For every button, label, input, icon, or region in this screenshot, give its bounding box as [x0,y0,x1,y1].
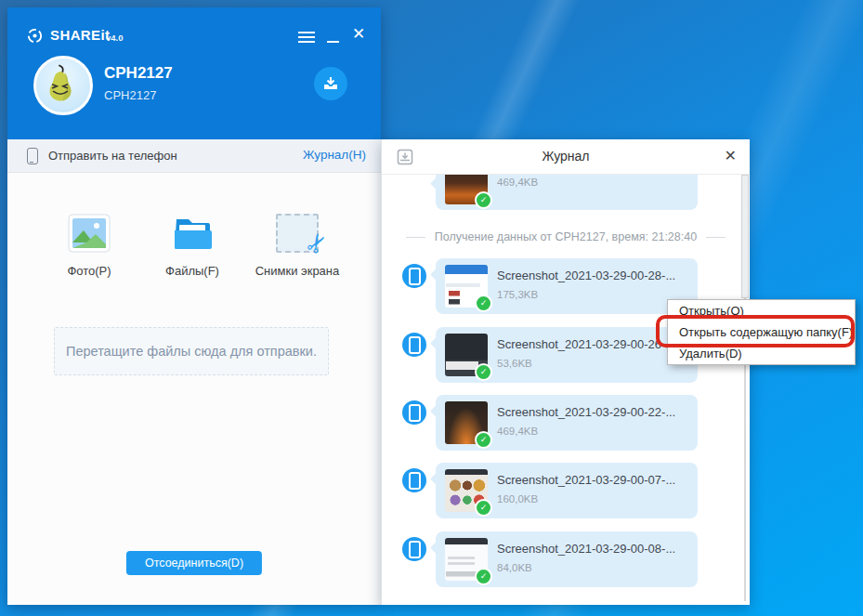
file-name: Screenshot_2021-03-29-00-28-... [497,269,675,282]
app-version: v4.0 [106,33,124,43]
close-icon[interactable]: ✕ [352,26,365,42]
context-menu: Открыть(O) Открыть содержащую папку(F) У… [667,299,856,365]
device-id: CPH2127 [104,88,156,102]
photo-icon [43,208,136,253]
category-photos[interactable]: Фото(P) [43,208,136,278]
file-name: Screenshot_2021-03-29-00-26-... [497,337,675,351]
success-check-icon: ✓ [475,568,492,585]
phone-icon [402,468,426,492]
success-check-icon: ✓ [475,431,492,449]
file-size: 469,4KB [497,177,538,188]
device-name: CPH2127 [104,64,173,83]
file-thumbnail: ✓ [445,334,488,376]
scrollbar-thumb[interactable] [741,175,749,298]
success-check-icon: ✓ [475,191,492,209]
file-name: Screenshot_2021-03-29-00-08-... [497,542,675,556]
send-to-phone-bar: Отправить на телефон Журнал(H) [7,139,381,173]
scissors-icon: ✂ [299,227,335,260]
journal-link[interactable]: Журнал(H) [303,148,366,162]
file-name: Screenshot_2021-03-29-00-07-... [497,473,675,487]
dropzone-text: Перетащите файлы сюда для отправки. [66,344,317,359]
screenshot-icon: ✂ [242,208,353,253]
avatar [33,56,93,115]
menu-item-delete[interactable]: Удалить(D) [668,343,855,364]
success-check-icon: ✓ [475,295,492,312]
download-tray-icon [322,75,339,92]
list-item[interactable]: ✓ Screenshot_2021-03-29-00-22-... 469,4K… [436,395,698,451]
file-size: 175,3KB [497,289,538,300]
file-thumbnail: ✓ [445,469,488,512]
session-header-text: Получение данных от CPH2127, время: 21:2… [435,230,697,243]
app-header: SHAREit v4.0 ✕ CPH2127 CPH2127 [7,7,381,139]
minimize-icon[interactable] [327,41,339,43]
list-item[interactable]: ✓ Screenshot_2021-03-29-00-28-... 175,3K… [436,258,698,314]
menu-item-open[interactable]: Открыть(O) [668,300,855,321]
disconnect-button[interactable]: Отсоединиться(D) [126,551,262,575]
phone-icon [27,148,38,164]
phone-icon [402,333,426,357]
list-item-partial[interactable]: ✓ 469,4KB [436,175,698,210]
file-size: 469,4KB [497,426,538,437]
main-content: Фото(P) Файлы(F) ✂ Снимки экрана Перетащ… [7,173,381,605]
file-name: Screenshot_2021-03-29-00-22-... [497,405,675,419]
category-label: Фото(P) [43,264,136,278]
list-item[interactable]: ✓ Screenshot_2021-03-29-00-07-... 160,0K… [436,463,698,518]
success-check-icon: ✓ [475,363,492,381]
category-label: Файлы(F) [146,264,239,278]
file-size: 53,6KB [497,358,532,369]
phone-icon [402,400,426,425]
phone-icon [402,537,426,561]
journal-header: Журнал ✕ [382,139,750,175]
journal-close-icon[interactable]: ✕ [725,147,737,164]
file-thumbnail: ✓ [445,175,488,204]
file-thumbnail: ✓ [445,265,488,308]
desktop: { "titlebar": { "app_name": "SHAREit", "… [0,0,863,616]
journal-panel: Журнал ✕ ✓ 469,4KB Получение данных от C… [381,139,750,605]
app-title: SHAREit [50,27,110,43]
shareit-main-window: SHAREit v4.0 ✕ CPH2127 CPH2127 [7,7,381,605]
menu-icon[interactable] [298,32,315,43]
journal-title: Журнал [382,149,750,164]
category-files[interactable]: Файлы(F) [146,208,239,278]
file-size: 160,0KB [497,493,538,505]
file-dropzone[interactable]: Перетащите файлы сюда для отправки. [54,327,329,375]
send-bar-label: Отправить на телефон [48,149,177,163]
shareit-logo-icon [26,27,44,45]
file-thumbnail: ✓ [445,538,488,581]
category-label: Снимки экрана [242,264,353,278]
list-item[interactable]: ✓ Screenshot_2021-03-29-00-08-... 84,0KB [436,531,698,587]
menu-item-open-containing-folder[interactable]: Открыть содержащую папку(F) [668,321,855,343]
journal-list: ✓ 469,4KB Получение данных от CPH2127, в… [382,175,750,605]
scrollbar-track[interactable] [741,175,749,601]
received-files-button[interactable] [314,67,347,100]
phone-icon [402,264,426,288]
list-item[interactable]: ✓ Screenshot_2021-03-29-00-26-... 53,6KB [436,327,698,383]
session-divider: Получение данных от CPH2127, время: 21:2… [382,229,750,245]
folder-icon [146,208,239,253]
success-check-icon: ✓ [475,499,492,517]
file-size: 84,0KB [497,562,532,573]
file-thumbnail: ✓ [445,401,488,444]
category-screenshots[interactable]: ✂ Снимки экрана [242,208,353,278]
